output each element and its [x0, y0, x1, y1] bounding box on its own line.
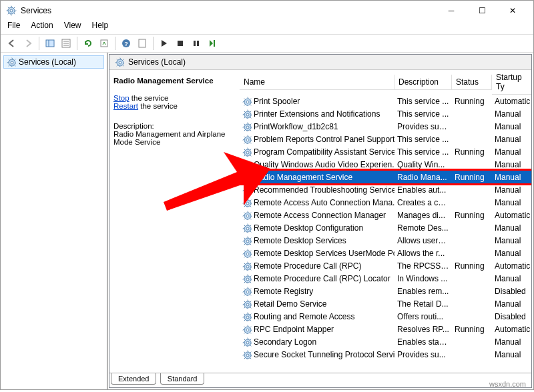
- view-tabs: Extended Standard: [109, 373, 531, 387]
- column-headers[interactable]: Name Description Status Startup Ty: [240, 70, 531, 95]
- back-button[interactable]: [5, 36, 19, 51]
- table-row[interactable]: Program Compatibility Assistant ServiceT…: [240, 145, 531, 158]
- gear-icon: [242, 185, 252, 195]
- selected-service-title: Radio Management Service: [113, 77, 233, 85]
- menu-help[interactable]: Help: [92, 21, 109, 34]
- svg-rect-8: [101, 40, 107, 47]
- show-hide-tree-button[interactable]: [43, 36, 57, 51]
- info-panel: Radio Management Service Stop the servic…: [109, 70, 240, 373]
- gear-icon: [242, 160, 252, 169]
- gear-icon: [242, 299, 252, 309]
- table-row[interactable]: Print SpoolerThis service ...RunningAuto…: [240, 95, 531, 107]
- properties-button[interactable]: [59, 36, 73, 51]
- detail-pane: Services (Local) Radio Management Servic…: [109, 54, 532, 388]
- gear-icon: [242, 147, 252, 157]
- app-icon: [6, 5, 17, 16]
- menubar: File Action View Help: [1, 21, 533, 34]
- table-row[interactable]: Remote Access Auto Connection Mana...Cre…: [240, 196, 531, 209]
- gear-icon: [242, 350, 252, 359]
- watermark: wsxdn.com: [489, 380, 526, 388]
- table-row[interactable]: Remote Procedure Call (RPC)The RPCSS s..…: [240, 259, 531, 272]
- svg-text:?: ?: [124, 41, 128, 47]
- gear-icon: [242, 173, 252, 182]
- gear-icon: [242, 122, 252, 131]
- col-description[interactable]: Description: [394, 75, 452, 90]
- gear-icon: [242, 97, 252, 106]
- export-button[interactable]: [97, 36, 111, 51]
- gear-icon: [7, 57, 16, 67]
- menu-action[interactable]: Action: [31, 21, 53, 34]
- svg-rect-11: [139, 39, 146, 47]
- gear-icon: [242, 109, 252, 119]
- table-row[interactable]: Secondary LogonEnables start...Manual: [240, 335, 531, 348]
- svg-rect-15: [214, 40, 215, 47]
- gear-icon: [242, 223, 252, 233]
- svg-rect-2: [46, 40, 54, 47]
- menu-file[interactable]: File: [7, 21, 20, 34]
- table-row[interactable]: Remote Desktop ConfigurationRemote Des..…: [240, 221, 531, 234]
- tab-extended[interactable]: Extended: [111, 373, 156, 385]
- list-rows[interactable]: Print SpoolerThis service ...RunningAuto…: [240, 95, 531, 361]
- table-row[interactable]: Radio Management ServiceRadio Mana...Run…: [240, 171, 531, 183]
- description-text: Radio Management and Airplane Mode Servi…: [113, 130, 233, 146]
- table-row[interactable]: Secure Socket Tunneling Protocol Service…: [240, 348, 531, 361]
- table-row[interactable]: Remote Desktop ServicesAllows users ...M…: [240, 234, 531, 247]
- table-row[interactable]: Printer Extensions and NotificationsThis…: [240, 107, 531, 120]
- gear-icon: [242, 312, 252, 321]
- col-status[interactable]: Status: [452, 75, 492, 90]
- pause-service-button[interactable]: [189, 36, 204, 51]
- table-row[interactable]: PrintWorkflow_d1b2c81Provides sup...Manu…: [240, 120, 531, 133]
- service-list[interactable]: Name Description Status Startup Ty Print…: [240, 70, 531, 373]
- col-name[interactable]: Name: [240, 75, 394, 90]
- properties2-button[interactable]: [135, 36, 150, 51]
- menu-view[interactable]: View: [64, 21, 81, 34]
- gear-icon: [242, 198, 252, 207]
- table-row[interactable]: Remote RegistryEnables rem...Disabled: [240, 285, 531, 297]
- forward-button[interactable]: [21, 36, 35, 51]
- gear-icon: [242, 337, 252, 347]
- table-row[interactable]: Routing and Remote AccessOffers routi...…: [240, 310, 531, 323]
- titlebar[interactable]: Services ─ ☐ ✕: [1, 1, 533, 21]
- table-row[interactable]: Remote Procedure Call (RPC) LocatorIn Wi…: [240, 272, 531, 285]
- tab-standard[interactable]: Standard: [160, 373, 205, 385]
- stop-link[interactable]: Stop: [113, 94, 129, 102]
- svg-rect-12: [178, 41, 183, 46]
- gear-icon: [242, 249, 252, 258]
- restart-link[interactable]: Restart: [113, 102, 138, 110]
- help-button[interactable]: ?: [119, 36, 134, 51]
- gear-icon: [242, 261, 252, 271]
- refresh-button[interactable]: [81, 36, 95, 51]
- gear-icon: [242, 211, 252, 220]
- table-row[interactable]: Retail Demo ServiceThe Retail D...Manual: [240, 297, 531, 310]
- start-service-button[interactable]: [157, 36, 172, 51]
- window-title: Services: [21, 6, 436, 15]
- minimize-button[interactable]: ─: [436, 1, 467, 21]
- gear-icon: [242, 325, 252, 334]
- services-window: Services ─ ☐ ✕ File Action View Help ? S…: [0, 0, 534, 390]
- tree-services-local[interactable]: Services (Local): [3, 55, 104, 69]
- restart-service-button[interactable]: [205, 36, 220, 51]
- gear-icon: [242, 274, 252, 283]
- toolbar: ?: [1, 34, 533, 53]
- svg-rect-13: [194, 41, 196, 46]
- gear-icon: [242, 236, 252, 245]
- content-area: Services (Local) Services (Local) Radio …: [1, 53, 533, 389]
- tree-pane[interactable]: Services (Local): [1, 53, 107, 389]
- gear-icon: [242, 135, 252, 144]
- gear-icon: [242, 287, 252, 296]
- maximize-button[interactable]: ☐: [467, 1, 497, 21]
- table-row[interactable]: Problem Reports Control Panel SupportThi…: [240, 133, 531, 145]
- table-row[interactable]: Quality Windows Audio Video Experien...Q…: [240, 158, 531, 171]
- close-button[interactable]: ✕: [497, 1, 528, 21]
- gear-icon: [115, 57, 124, 67]
- svg-rect-14: [197, 41, 199, 46]
- description-label: Description:: [113, 122, 233, 130]
- table-row[interactable]: RPC Endpoint MapperResolves RP...Running…: [240, 323, 531, 335]
- table-row[interactable]: Recommended Troubleshooting ServiceEnabl…: [240, 183, 531, 196]
- col-startup[interactable]: Startup Ty: [492, 70, 531, 95]
- table-row[interactable]: Remote Access Connection ManagerManages …: [240, 209, 531, 221]
- stop-service-button[interactable]: [173, 36, 188, 51]
- table-row[interactable]: Remote Desktop Services UserMode Po...Al…: [240, 247, 531, 259]
- detail-header: Services (Local): [109, 55, 531, 70]
